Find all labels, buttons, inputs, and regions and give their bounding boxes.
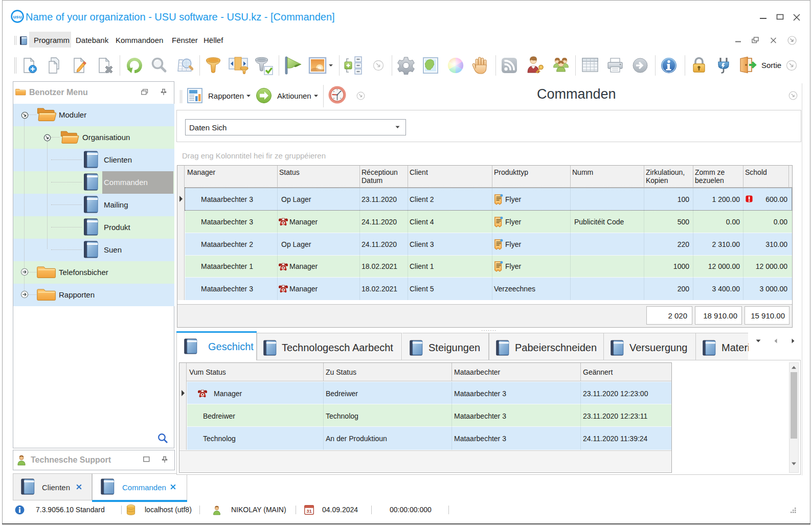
svg-text:31: 31 [306,508,312,514]
svg-text:usu: usu [13,14,22,19]
